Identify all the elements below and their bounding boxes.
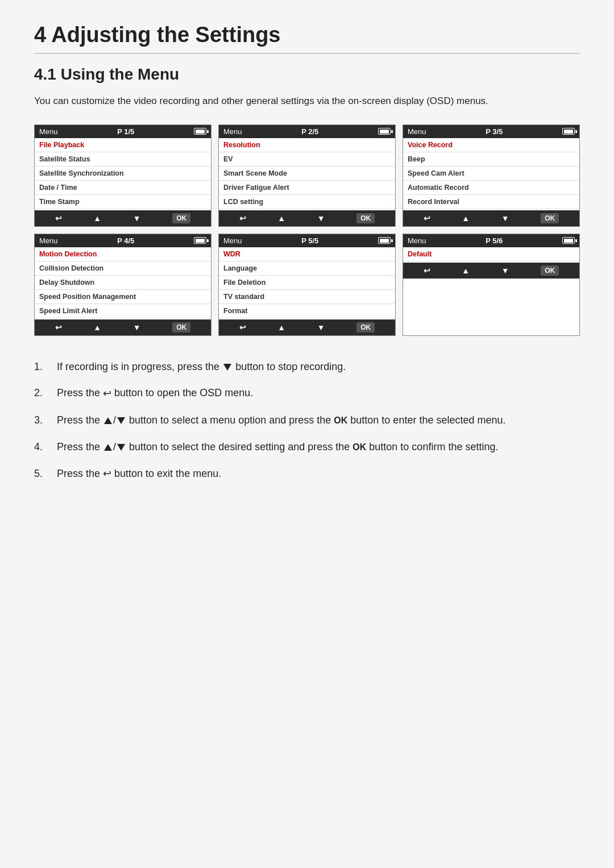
- menu-item-p1-2[interactable]: Satellite Synchronization: [35, 167, 211, 181]
- menu-title-p3: Menu: [408, 127, 426, 136]
- menu-footer-p2: ↩▲▼OK: [219, 210, 395, 226]
- ok-symbol: OK: [334, 416, 347, 425]
- menu-up-button[interactable]: ▲: [462, 266, 470, 275]
- menu-box-p1: MenuP 1/5File PlaybackSatellite StatusSa…: [34, 124, 211, 227]
- menu-header-p6: MenuP 5/6: [403, 234, 579, 247]
- down-arrow-icon: [223, 364, 231, 371]
- menu-footer-p1: ↩▲▼OK: [35, 210, 211, 226]
- menu-item-p4-3[interactable]: Speed Position Management: [35, 290, 211, 304]
- menu-return-button[interactable]: ↩: [55, 214, 62, 223]
- menu-page-p6: P 5/6: [486, 236, 503, 245]
- menu-item-p3-4[interactable]: Record Interval: [403, 195, 579, 209]
- menu-down-button[interactable]: ▼: [317, 214, 325, 223]
- menu-footer-p3: ↩▲▼OK: [403, 210, 579, 226]
- chapter-title: 4 Adjusting the Settings: [34, 23, 580, 54]
- menu-page-p5: P 5/5: [301, 236, 318, 245]
- menu-footer-p4: ↩▲▼OK: [35, 319, 211, 335]
- menu-ok-button[interactable]: OK: [172, 213, 190, 223]
- menu-page-p2: P 2/5: [301, 127, 318, 136]
- menu-item-p6-0[interactable]: Default: [403, 247, 579, 261]
- battery-icon: [562, 237, 575, 244]
- up-arrow-icon: [104, 417, 112, 424]
- menu-item-p1-0[interactable]: File Playback: [35, 138, 211, 152]
- menu-footer-p5: ↩▲▼OK: [219, 319, 395, 335]
- instruction-3-text: Press the / button to select a menu opti…: [57, 412, 580, 429]
- menu-header-p4: MenuP 4/5: [35, 234, 211, 247]
- menu-title-p2: Menu: [223, 127, 242, 136]
- menu-item-p4-1[interactable]: Collision Detection: [35, 261, 211, 276]
- menu-up-button[interactable]: ▲: [93, 323, 101, 332]
- menu-page-p4: P 4/5: [117, 236, 134, 245]
- menu-down-button[interactable]: ▼: [133, 214, 141, 223]
- instruction-2: Press the ↩ button to open the OSD menu.: [34, 385, 580, 402]
- menu-return-button[interactable]: ↩: [424, 266, 430, 275]
- menu-header-p5: MenuP 5/5: [219, 234, 395, 247]
- menu-item-p4-2[interactable]: Delay Shutdown: [35, 276, 211, 290]
- instruction-5: Press the ↩ button to exit the menu.: [34, 466, 580, 483]
- menu-return-button[interactable]: ↩: [424, 214, 430, 223]
- menu-up-button[interactable]: ▲: [277, 323, 285, 332]
- menu-up-button[interactable]: ▲: [93, 214, 101, 223]
- instruction-5-text: Press the ↩ button to exit the menu.: [57, 466, 580, 483]
- menu-ok-button[interactable]: OK: [356, 213, 375, 223]
- menu-ok-button[interactable]: OK: [356, 322, 375, 333]
- menu-footer-p6: ↩▲▼OK: [403, 263, 579, 279]
- instruction-4: Press the / button to select the desired…: [34, 439, 580, 455]
- instructions-list: If recording is in progress, press the b…: [34, 359, 580, 483]
- menu-header-p3: MenuP 3/5: [403, 125, 579, 138]
- down-arrow-icon-2: [117, 417, 125, 424]
- instruction-2-text: Press the ↩ button to open the OSD menu.: [57, 385, 580, 402]
- menu-item-p2-0[interactable]: Resolution: [219, 138, 395, 152]
- instruction-1-text: If recording is in progress, press the b…: [57, 359, 580, 375]
- menu-item-p4-0[interactable]: Motion Detection: [35, 247, 211, 261]
- menu-up-button[interactable]: ▲: [462, 214, 470, 223]
- instruction-3: Press the / button to select a menu opti…: [34, 412, 580, 429]
- menu-down-button[interactable]: ▼: [501, 214, 509, 223]
- menu-item-p2-1[interactable]: EV: [219, 152, 395, 167]
- menu-item-p5-3[interactable]: TV standard: [219, 290, 395, 304]
- menu-title-p4: Menu: [39, 236, 58, 245]
- intro-text: You can customize the video recording an…: [34, 94, 546, 109]
- menu-title-p1: Menu: [39, 127, 58, 136]
- menu-item-p2-3[interactable]: Driver Fatigue Alert: [219, 181, 395, 195]
- menu-return-button[interactable]: ↩: [239, 214, 246, 223]
- menu-return-button[interactable]: ↩: [55, 323, 62, 332]
- battery-icon: [194, 237, 206, 244]
- return-icon-2: ↩: [103, 466, 111, 482]
- menu-item-p1-1[interactable]: Satellite Status: [35, 152, 211, 167]
- menu-item-p5-1[interactable]: Language: [219, 261, 395, 276]
- menu-ok-button[interactable]: OK: [172, 322, 190, 333]
- instruction-4-text: Press the / button to select the desired…: [57, 439, 580, 455]
- menu-item-p2-2[interactable]: Smart Scene Mode: [219, 167, 395, 181]
- menu-item-p5-2[interactable]: File Deletion: [219, 276, 395, 290]
- menu-down-button[interactable]: ▼: [133, 323, 141, 332]
- menu-page-p3: P 3/5: [486, 127, 503, 136]
- menu-down-button[interactable]: ▼: [317, 323, 325, 332]
- menu-down-button[interactable]: ▼: [501, 266, 509, 275]
- menu-item-p1-3[interactable]: Date / Time: [35, 181, 211, 195]
- menu-item-p3-3[interactable]: Automatic Record: [403, 181, 579, 195]
- battery-icon: [378, 128, 391, 135]
- battery-icon: [194, 128, 206, 135]
- menu-item-p3-1[interactable]: Beep: [403, 152, 579, 167]
- menu-item-p3-2[interactable]: Speed Cam Alert: [403, 167, 579, 181]
- menu-title-p6: Menu: [408, 236, 426, 245]
- menu-up-button[interactable]: ▲: [277, 214, 285, 223]
- menu-box-p6: MenuP 5/6Default↩▲▼OK: [403, 234, 580, 336]
- menu-ok-button[interactable]: OK: [541, 213, 559, 223]
- menu-item-p3-0[interactable]: Voice Record: [403, 138, 579, 152]
- menu-box-p5: MenuP 5/5WDRLanguageFile DeletionTV stan…: [218, 234, 396, 336]
- menu-return-button[interactable]: ↩: [239, 323, 246, 332]
- ok-symbol-2: OK: [352, 442, 366, 452]
- instruction-1: If recording is in progress, press the b…: [34, 359, 580, 375]
- menu-title-p5: Menu: [223, 236, 242, 245]
- menu-item-p5-4[interactable]: Format: [219, 304, 395, 318]
- menu-item-p4-4[interactable]: Speed Limit Alert: [35, 304, 211, 318]
- menu-box-p2: MenuP 2/5ResolutionEVSmart Scene ModeDri…: [218, 124, 396, 227]
- section-title: 4.1 Using the Menu: [34, 65, 580, 84]
- up-arrow-icon-2: [104, 444, 112, 451]
- menu-item-p5-0[interactable]: WDR: [219, 247, 395, 261]
- menu-item-p2-4[interactable]: LCD setting: [219, 195, 395, 209]
- menu-item-p1-4[interactable]: Time Stamp: [35, 195, 211, 209]
- menu-ok-button[interactable]: OK: [541, 265, 559, 276]
